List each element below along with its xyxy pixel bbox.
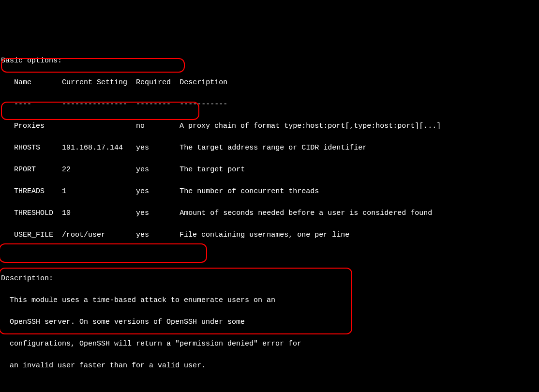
blank-line: [1, 252, 538, 263]
option-row: Proxies no A proxy chain of format type:…: [1, 121, 538, 132]
column-headers: Name Current Setting Required Descriptio…: [1, 77, 538, 89]
description-line: OpenSSH server. On some versions of Open…: [1, 317, 538, 328]
description-line: configurations, OpenSSH will return a "p…: [1, 339, 538, 350]
description-line: an invalid user faster than for a valid …: [1, 361, 538, 372]
blank-line: [1, 382, 538, 392]
option-row: THRESHOLD 10 yes Amount of seconds neede…: [1, 208, 538, 219]
option-row: RHOSTS 191.168.17.144 yes The target add…: [1, 143, 538, 154]
description-line: This module uses a time-based attack to …: [1, 295, 538, 306]
column-dashes: ---- --------------- -------- ----------…: [1, 99, 538, 110]
options-header: Basic options:: [1, 56, 538, 67]
option-row: RPORT 22 yes The target port: [1, 165, 538, 176]
option-row: THREADS 1 yes The number of concurrent t…: [1, 186, 538, 197]
option-row: USER_FILE /root/user yes File containing…: [1, 230, 538, 241]
description-header: Description:: [1, 273, 538, 285]
